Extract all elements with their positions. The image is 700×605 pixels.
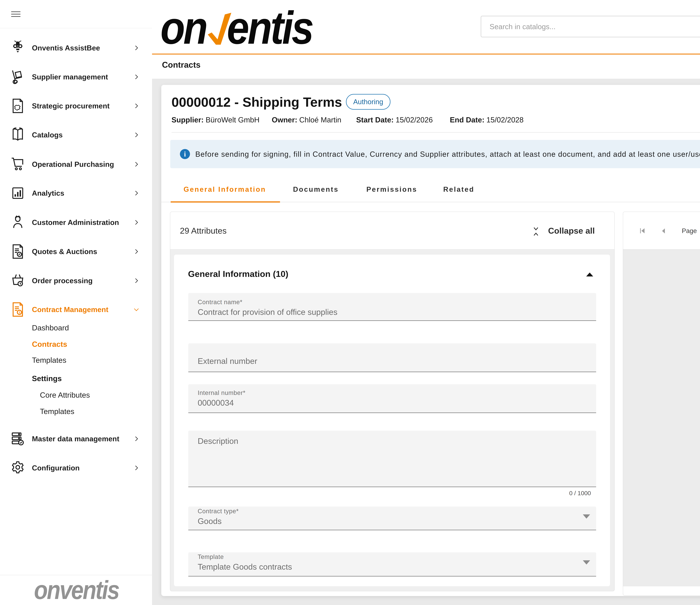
svg-text:§: § (19, 311, 20, 314)
